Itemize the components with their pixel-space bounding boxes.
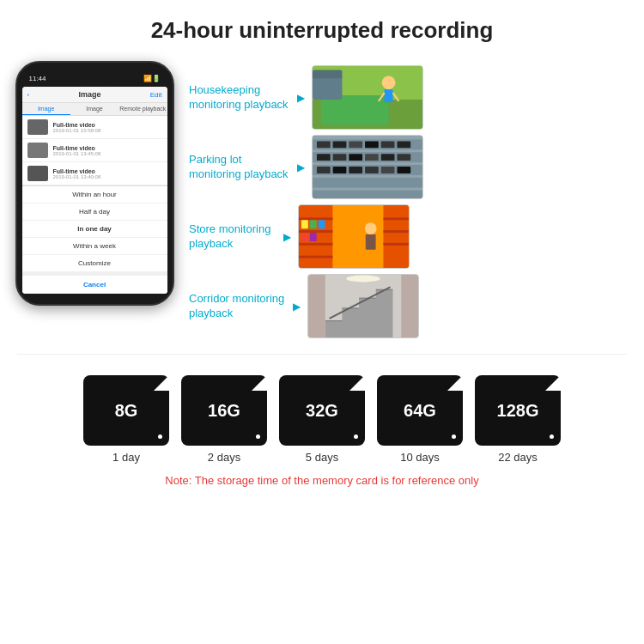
svg-rect-38 bbox=[299, 256, 332, 258]
phone-signal: 📶🔋 bbox=[143, 75, 161, 82]
phone-thumb-2 bbox=[27, 143, 48, 158]
sdcard-row: 8G 1 day 16G 2 days 32G 5 days 64G bbox=[83, 375, 561, 464]
phone-notch bbox=[73, 73, 116, 83]
dropdown-item-customize[interactable]: Customize bbox=[22, 255, 167, 272]
svg-rect-39 bbox=[301, 220, 308, 228]
svg-rect-2 bbox=[320, 95, 388, 125]
svg-rect-35 bbox=[299, 217, 332, 220]
phone-screen: ‹ Image Edit Image Image Remote playback… bbox=[22, 87, 167, 294]
sdcard-64g-label: 64G bbox=[404, 401, 436, 421]
svg-rect-31 bbox=[380, 167, 394, 173]
dropdown-item-halfday[interactable]: Half a day bbox=[22, 204, 167, 221]
arrow-icon-1: ▶ bbox=[297, 92, 305, 104]
title-section: 24-hour uninterrupted recording bbox=[0, 0, 644, 52]
dropdown-item-hour[interactable]: Within an hour bbox=[22, 186, 167, 204]
phone-thumb-1 bbox=[27, 119, 48, 135]
phone-item-info-3: Full-time video 2019-01-01 13:40:08 bbox=[53, 168, 101, 179]
phone-item-title-2: Full-time video bbox=[53, 145, 101, 151]
phone-list-item-3: Full-time video 2019-01-01 13:40:08 bbox=[22, 162, 167, 185]
phone-item-date-3: 2019-01-01 13:40:08 bbox=[53, 174, 101, 179]
monitoring-label-corridor: Corridor monitoringplayback bbox=[189, 292, 284, 321]
main-title: 24-hour uninterrupted recording bbox=[17, 17, 627, 44]
svg-rect-30 bbox=[365, 167, 379, 173]
sdcard-64g-dot bbox=[452, 434, 456, 439]
sdcard-item-16g: 16G 2 days bbox=[181, 375, 267, 464]
phone-tab-remote[interactable]: Remote playback bbox=[118, 103, 167, 115]
svg-rect-15 bbox=[317, 141, 331, 148]
arrow-icon-4: ▶ bbox=[293, 301, 301, 313]
phone-list-item-1: Full-time video 2019-01-01 15:58:08 bbox=[22, 116, 167, 139]
phone-item-info-1: Full-time video 2019-01-01 15:58:08 bbox=[53, 122, 101, 133]
sdcard-8g-label: 8G bbox=[115, 401, 138, 421]
phone-time: 11:44 bbox=[29, 75, 46, 82]
monitoring-list: Housekeepingmonitoring playback ▶ bbox=[189, 61, 627, 338]
svg-rect-41 bbox=[319, 220, 325, 228]
dropdown-item-oneday[interactable]: In one day bbox=[22, 221, 167, 238]
svg-point-44 bbox=[365, 222, 377, 234]
monitoring-item-store: Store monitoringplayback ▶ bbox=[189, 204, 627, 269]
store-img-placeholder bbox=[299, 205, 409, 268]
arrow-icon-3: ▶ bbox=[283, 231, 291, 243]
connector-corridor: ▶ bbox=[291, 301, 301, 313]
svg-rect-47 bbox=[383, 217, 409, 220]
arrow-icon-2: ▶ bbox=[297, 161, 305, 173]
dropdown-item-week[interactable]: Within a week bbox=[22, 238, 167, 255]
section-divider bbox=[17, 354, 627, 355]
svg-rect-4 bbox=[384, 89, 392, 102]
monitoring-image-corridor bbox=[307, 274, 419, 338]
phone-screen-header: ‹ Image Edit bbox=[22, 87, 167, 103]
phone-list-item-2: Full-time video 2019-01-01 13:45:08 bbox=[22, 139, 167, 162]
parking-img-placeholder bbox=[313, 136, 422, 198]
sdcard-8g: 8G bbox=[83, 375, 169, 446]
house-img-placeholder bbox=[313, 66, 422, 129]
svg-rect-45 bbox=[366, 234, 376, 250]
svg-rect-28 bbox=[332, 167, 346, 173]
phone-screen-title: Image bbox=[29, 90, 150, 99]
phone-item-title-1: Full-time video bbox=[53, 122, 101, 128]
svg-rect-21 bbox=[317, 154, 331, 161]
svg-rect-60 bbox=[402, 275, 419, 338]
svg-rect-25 bbox=[380, 154, 394, 161]
svg-rect-23 bbox=[349, 154, 362, 161]
phone-tab-image[interactable]: Image bbox=[22, 103, 70, 115]
sdcard-64g: 64G bbox=[377, 375, 463, 446]
monitoring-item-parking: Parking lotmonitoring playback ▶ bbox=[189, 135, 627, 199]
phone-thumb-3 bbox=[27, 166, 48, 181]
sdcard-8g-days: 1 day bbox=[112, 451, 140, 464]
middle-section: 11:44 📶🔋 ‹ Image Edit Image Image Remote… bbox=[0, 52, 644, 347]
svg-rect-22 bbox=[332, 154, 346, 161]
monitoring-label-store: Store monitoringplayback bbox=[189, 222, 275, 252]
svg-rect-27 bbox=[317, 167, 331, 173]
phone-container: 11:44 📶🔋 ‹ Image Edit Image Image Remote… bbox=[9, 61, 180, 306]
sdcard-8g-dot bbox=[158, 434, 162, 439]
phone-item-date-2: 2019-01-01 13:45:08 bbox=[53, 151, 101, 156]
svg-rect-46 bbox=[383, 205, 409, 269]
svg-rect-14 bbox=[313, 191, 422, 199]
sdcard-128g-label: 128G bbox=[497, 401, 539, 421]
connector-store: ▶ bbox=[282, 231, 291, 243]
phone-item-date-1: 2019-01-01 15:58:08 bbox=[53, 128, 101, 133]
svg-point-3 bbox=[381, 76, 395, 89]
sdcard-16g-label: 16G bbox=[208, 401, 240, 421]
sdcard-128g-days: 22 days bbox=[498, 451, 538, 464]
sdcard-item-128g: 128G 22 days bbox=[475, 375, 561, 464]
sdcard-16g: 16G bbox=[181, 375, 267, 446]
svg-rect-13 bbox=[313, 178, 422, 188]
phone-item-title-3: Full-time video bbox=[53, 168, 101, 174]
svg-rect-8 bbox=[313, 70, 342, 79]
phone-edit-btn[interactable]: Edit bbox=[150, 91, 162, 99]
svg-rect-32 bbox=[397, 167, 410, 173]
monitoring-image-parking bbox=[312, 135, 423, 199]
svg-rect-24 bbox=[365, 154, 379, 161]
phone-item-info-2: Full-time video 2019-01-01 13:45:08 bbox=[53, 145, 101, 156]
dropdown-cancel-btn[interactable]: Cancel bbox=[22, 272, 167, 294]
sdcard-128g-dot bbox=[550, 434, 554, 439]
svg-rect-29 bbox=[349, 167, 362, 173]
svg-point-58 bbox=[347, 276, 380, 283]
sdcard-64g-days: 10 days bbox=[400, 451, 440, 464]
svg-rect-40 bbox=[310, 220, 317, 228]
svg-rect-17 bbox=[349, 141, 362, 148]
connector-housekeeping: ▶ bbox=[295, 92, 305, 104]
sdcard-32g-days: 5 days bbox=[306, 451, 338, 464]
phone-tab-image2[interactable]: Image bbox=[70, 103, 118, 115]
